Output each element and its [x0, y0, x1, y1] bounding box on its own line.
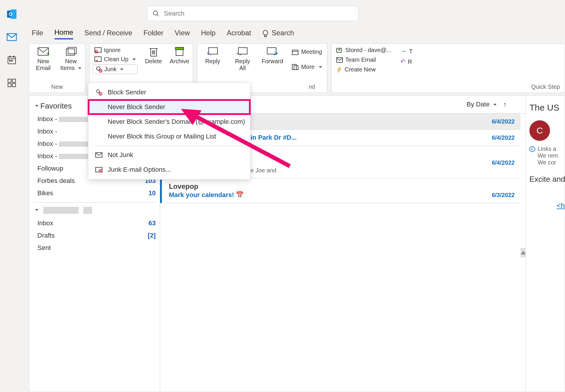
- apps-icon[interactable]: [6, 77, 18, 89]
- svg-rect-12: [8, 84, 11, 87]
- delete-button[interactable]: Delete: [143, 46, 164, 65]
- tab-view[interactable]: View: [175, 29, 190, 39]
- search-input[interactable]: [163, 9, 353, 18]
- reply-all-icon: [237, 46, 248, 57]
- msg-date: 6/4/2022: [492, 134, 515, 141]
- title-bar: [0, 0, 565, 27]
- group-label-new: New: [32, 82, 82, 91]
- sender-avatar: C: [529, 120, 550, 141]
- btn-label: R: [408, 59, 412, 65]
- btn-label: Reply All: [235, 58, 250, 71]
- menu-label: Never Block Sender: [108, 103, 165, 111]
- menu-label: Not Junk: [108, 151, 133, 159]
- tab-file[interactable]: File: [32, 29, 43, 39]
- nav-drafts[interactable]: Drafts [2]: [33, 229, 157, 242]
- cleanup-button[interactable]: × Clean Up: [93, 55, 138, 63]
- tab-send-receive[interactable]: Send / Receive: [84, 29, 132, 39]
- msg-date: 6/4/2022: [492, 118, 515, 125]
- ribbon: + New Email New Items New Ignore × Clean…: [0, 41, 565, 93]
- rp-body: Excite and: [529, 175, 565, 184]
- message-item[interactable]: LovepopMark your calendars! 📅6/3/2022: [160, 178, 521, 203]
- search-box[interactable]: [147, 6, 358, 21]
- tab-folder[interactable]: Folder: [143, 29, 163, 39]
- quick-step-arrow1[interactable]: →T: [398, 47, 414, 56]
- menu-label: Block Sender: [108, 89, 146, 96]
- svg-point-48: [97, 90, 99, 93]
- nav-sent[interactable]: Sent: [33, 242, 157, 254]
- junk-dropdown: Block Sender Never Block Sender Never Bl…: [88, 82, 250, 180]
- svg-rect-10: [8, 79, 11, 82]
- more-respond-button[interactable]: More: [290, 63, 324, 71]
- nav-label: Inbox -: [37, 140, 88, 148]
- info-icon: i: [529, 146, 535, 152]
- account-header[interactable]: [33, 206, 157, 217]
- btn-label: New Items: [60, 58, 82, 71]
- menu-junk-options[interactable]: Junk E-mail Options...: [88, 162, 250, 177]
- reply-button[interactable]: Reply: [200, 46, 225, 65]
- quick-step-stored[interactable]: Stored - dave@...: [335, 46, 393, 54]
- btn-label: Delete: [145, 58, 162, 65]
- delete-icon: [148, 46, 159, 57]
- svg-point-14: [153, 11, 157, 15]
- meeting-button[interactable]: Meeting: [290, 48, 324, 56]
- tab-help[interactable]: Help: [201, 29, 215, 39]
- svg-rect-6: [9, 56, 10, 58]
- tab-acrobat[interactable]: Acrobat: [227, 29, 251, 39]
- tab-tell-me[interactable]: Search: [272, 29, 294, 39]
- junk-button[interactable]: Junk: [93, 64, 138, 74]
- quick-step-team[interactable]: Team Email: [335, 56, 393, 64]
- btn-label: New Email: [36, 58, 51, 71]
- svg-text:O: O: [9, 12, 12, 17]
- block-sender-icon: [95, 89, 103, 96]
- more-icon: [292, 64, 299, 70]
- reply-all-button[interactable]: Reply All: [230, 46, 255, 71]
- new-email-button[interactable]: + New Email: [32, 46, 54, 71]
- sort-by-date[interactable]: By Date: [467, 101, 497, 108]
- junk-icon: [96, 66, 102, 73]
- archive-button[interactable]: Archive: [169, 46, 190, 65]
- rp-link[interactable]: <h: [529, 201, 565, 210]
- search-icon: [153, 10, 159, 17]
- chevron-down-icon: [33, 205, 39, 214]
- nav-label: Bikes: [37, 189, 53, 197]
- menu-not-junk[interactable]: Not Junk: [88, 148, 250, 162]
- nav-label: Inbox -: [37, 152, 88, 160]
- tab-home[interactable]: Home: [54, 28, 73, 39]
- left-rail: O: [0, 0, 24, 392]
- rp-text: We cor: [529, 159, 565, 166]
- sort-direction-icon[interactable]: ↑: [503, 100, 507, 109]
- menu-block-sender[interactable]: Block Sender: [88, 85, 250, 100]
- not-junk-icon: [95, 152, 103, 158]
- svg-text:+: +: [46, 51, 49, 56]
- nav-count: 10: [149, 189, 156, 197]
- reading-subject: The US: [529, 103, 565, 113]
- forward-button[interactable]: Forward: [260, 46, 285, 65]
- menu-never-block-sender[interactable]: Never Block Sender: [88, 100, 250, 114]
- menu-never-block-group[interactable]: Never Block this Group or Mailing List: [88, 129, 250, 144]
- scrollbar[interactable]: [521, 248, 526, 257]
- svg-rect-37: [209, 48, 217, 54]
- redacted: [59, 154, 88, 159]
- rp-text: Links a: [538, 146, 556, 152]
- nav-inbox[interactable]: Inbox 63: [33, 217, 157, 229]
- nav-folder[interactable]: Bikes 10: [33, 187, 157, 199]
- new-items-button[interactable]: New Items: [60, 46, 82, 71]
- mail-icon[interactable]: [6, 31, 18, 43]
- calendar-icon[interactable]: [6, 54, 18, 66]
- new-email-icon: +: [37, 46, 49, 57]
- svg-line-29: [100, 70, 102, 72]
- btn-label: Stored - dave@...: [345, 47, 391, 54]
- nav-label: Inbox -: [37, 128, 57, 135]
- msg-date: 6/4/2022: [492, 159, 515, 166]
- menu-never-block-domain[interactable]: Never Block Sender's Domain (@example.co…: [88, 114, 250, 129]
- ignore-button[interactable]: Ignore: [93, 46, 138, 54]
- btn-label: T: [409, 48, 413, 55]
- menu-label: Never Block this Group or Mailing List: [108, 133, 216, 140]
- quick-step-arrow2[interactable]: ↶R: [398, 57, 414, 66]
- redacted-account: [83, 207, 92, 214]
- quick-step-create[interactable]: Create New: [335, 66, 393, 74]
- svg-rect-38: [238, 48, 247, 54]
- inbox-arrow-icon: [336, 47, 343, 53]
- nav-label: Sent: [37, 244, 51, 252]
- outlook-logo-icon: O: [6, 8, 18, 20]
